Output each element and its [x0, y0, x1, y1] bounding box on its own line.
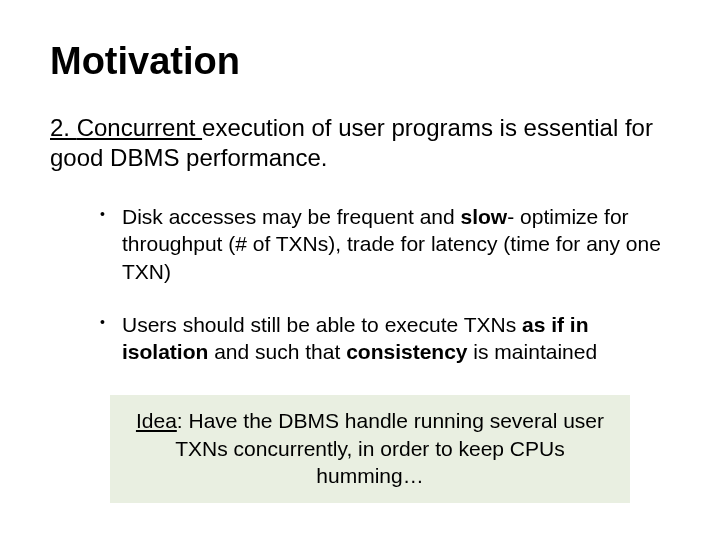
slide-title: Motivation — [50, 40, 670, 83]
bullet-text: and such that — [214, 340, 346, 363]
bullet-bold: slow — [461, 205, 508, 228]
bullet-text: Users should still be able to execute TX… — [122, 313, 522, 336]
idea-label: Idea — [136, 409, 177, 432]
list-item: Users should still be able to execute TX… — [100, 311, 670, 366]
bullet-list: Disk accesses may be frequent and slow- … — [50, 203, 670, 365]
lead-keyword: Concurrent — [77, 114, 202, 141]
idea-text: : Have the DBMS handle running several u… — [175, 409, 604, 487]
idea-callout: Idea: Have the DBMS handle running sever… — [110, 395, 630, 503]
bullet-text: is maintained — [473, 340, 597, 363]
lead-number: 2. — [50, 114, 77, 141]
bullet-bold: consistency — [346, 340, 473, 363]
lead-paragraph: 2. Concurrent execution of user programs… — [50, 113, 670, 173]
list-item: Disk accesses may be frequent and slow- … — [100, 203, 670, 285]
bullet-text: Disk accesses may be frequent and — [122, 205, 461, 228]
